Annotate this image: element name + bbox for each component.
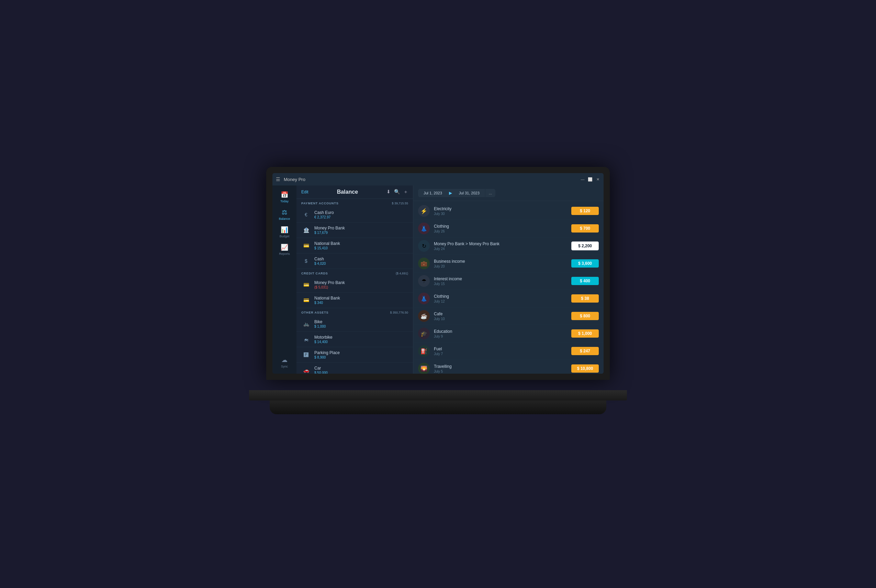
account-money-pro-bank-credit[interactable]: 💳 Money Pro Bank ($ 5,031) [297, 277, 413, 292]
transaction-info: Travelling July 5 [434, 364, 571, 374]
transaction-item[interactable]: 👗 Clothing July 26 $ 700 [413, 220, 604, 237]
account-national-bank-credit[interactable]: 💳 National Bank $ 340 [297, 292, 413, 308]
transaction-info: Clothing July 12 [434, 294, 571, 303]
sidebar-item-sync[interactable]: ☁ Sync [272, 353, 297, 371]
add-icon[interactable]: ＋ [403, 189, 408, 195]
date-start-button[interactable]: Jul 1, 2023 [418, 189, 448, 197]
date-more-button[interactable]: ... [485, 189, 495, 197]
transaction-item[interactable]: 🎓 Education July 9 $ 1,000 [413, 325, 604, 342]
transaction-info: Fuel July 7 [434, 346, 571, 356]
payment-accounts-header: PAYMENT ACCOUNTS $ 39,715.55 [297, 199, 413, 207]
account-cash[interactable]: $ Cash $ 4,020 [297, 254, 413, 269]
transaction-date: July 9 [434, 334, 571, 338]
reports-icon: 📈 [280, 243, 288, 251]
sidebar-item-budget[interactable]: 📊 Budget [272, 223, 297, 241]
main-content: Edit Balance ⬇ 🔍 ＋ PAYMENT ACCOUNTS [297, 186, 604, 374]
sidebar-label-reports: Reports [279, 252, 290, 255]
transaction-info: Money Pro Bank > Money Pro Bank July 24 [434, 242, 571, 251]
transaction-item[interactable]: ☕ Cafe July 10 $ 800 [413, 308, 604, 325]
transaction-icon: ↻ [418, 240, 430, 252]
car-icon: 🚗 [301, 366, 311, 374]
transaction-icon: ☕ [418, 310, 430, 322]
motorbike-name: Motorbike [314, 335, 408, 340]
sidebar-label-today: Today [280, 200, 289, 203]
account-parking-place[interactable]: 🅿 Parking Place $ 8,900 [297, 347, 413, 363]
date-arrow-icon: ▶ [448, 190, 453, 195]
maximize-button[interactable]: ⬜ [588, 177, 592, 182]
transaction-item[interactable]: 🌄 Travelling July 5 $ 10,800 [413, 360, 604, 374]
national-bank-payment-name: National Bank [314, 241, 408, 246]
app-layout: 📅 Today ⚖ Balance 📊 Budget 📈 Reports [272, 186, 604, 374]
transaction-amount: $ 10,800 [571, 364, 599, 373]
transaction-info: Clothing July 26 [434, 224, 571, 233]
transaction-amount: $ 1,000 [571, 329, 599, 338]
sync-icon: ☁ [281, 356, 288, 364]
transaction-date: July 24 [434, 247, 571, 251]
transaction-name: Fuel [434, 346, 571, 351]
transaction-item[interactable]: ⛽ Fuel July 7 $ 247 [413, 342, 604, 360]
sidebar-item-balance[interactable]: ⚖ Balance [272, 206, 297, 223]
transaction-info: Education July 9 [434, 329, 571, 338]
sidebar-item-today[interactable]: 📅 Today [272, 188, 297, 206]
transaction-amount: $ 2,200 [571, 242, 599, 250]
transaction-item[interactable]: 👗 Clothing July 12 $ 38 [413, 290, 604, 308]
edit-button[interactable]: Edit [301, 190, 309, 194]
cash-name: Cash [314, 256, 408, 261]
credit-cards-header: CREDIT CARDS ($ 4,691) [297, 269, 413, 277]
transaction-amount: $ 800 [571, 312, 599, 320]
cash-balance: $ 4,020 [314, 262, 408, 266]
transaction-name: Business income [434, 259, 571, 264]
sidebar-label-balance: Balance [279, 217, 290, 220]
national-bank-credit-icon: 💳 [301, 296, 311, 305]
minimize-button[interactable]: — [580, 177, 585, 182]
account-bike[interactable]: 🚲 Bike $ 1,000 [297, 316, 413, 332]
car-name: Car [314, 366, 408, 370]
search-icon[interactable]: 🔍 [394, 189, 400, 195]
laptop-base [249, 390, 627, 400]
transaction-amount: $ 3,600 [571, 259, 599, 267]
transaction-date: July 12 [434, 300, 571, 303]
transaction-info: Interest income July 15 [434, 276, 571, 286]
other-assets-total: $ 350,776.50 [390, 311, 408, 314]
today-icon: 📅 [280, 191, 288, 198]
transaction-name: Cafe [434, 312, 571, 316]
cash-euro-icon: € [301, 210, 311, 219]
header-icons: ⬇ 🔍 ＋ [387, 189, 408, 195]
money-pro-bank-payment-balance: $ 17,679 [314, 231, 408, 235]
transaction-icon: ☂ [418, 275, 430, 287]
parking-name: Parking Place [314, 350, 408, 355]
transaction-amount: $ 38 [571, 294, 599, 303]
account-money-pro-bank-payment[interactable]: 🏦 Money Pro Bank $ 17,679 [297, 222, 413, 238]
sidebar: 📅 Today ⚖ Balance 📊 Budget 📈 Reports [272, 186, 297, 374]
cash-euro-name: Cash Euro [314, 210, 408, 215]
transaction-amount: $ 247 [571, 347, 599, 355]
transaction-amount: $ 700 [571, 224, 599, 232]
account-national-bank-payment[interactable]: 💳 National Bank $ 15,410 [297, 238, 413, 254]
transaction-date: July 15 [434, 282, 571, 286]
transaction-name: Travelling [434, 364, 571, 369]
account-car[interactable]: 🚗 Car $ 50,000 [297, 363, 413, 374]
parking-balance: $ 8,900 [314, 356, 408, 359]
transaction-item[interactable]: ☂ Interest income July 15 $ 400 [413, 272, 604, 290]
payment-accounts-title: PAYMENT ACCOUNTS [301, 202, 338, 205]
account-motorbike[interactable]: 🏍 Motorbike $ 14,400 [297, 332, 413, 347]
transaction-item[interactable]: ⚡ Electricity July 30 $ 120 [413, 202, 604, 220]
date-end-button[interactable]: Jul 31, 2023 [453, 189, 485, 197]
account-cash-euro[interactable]: € Cash Euro € 2,372.97 [297, 207, 413, 222]
accounts-scroll[interactable]: PAYMENT ACCOUNTS $ 39,715.55 € Cash Euro… [297, 199, 413, 374]
menu-icon[interactable]: ☰ [276, 177, 280, 182]
transaction-name: Money Pro Bank > Money Pro Bank [434, 242, 571, 246]
transaction-item[interactable]: 💼 Business income July 20 $ 3,600 [413, 255, 604, 272]
transaction-date: July 10 [434, 317, 571, 321]
national-bank-credit-name: National Bank [314, 296, 408, 300]
transaction-item[interactable]: ↻ Money Pro Bank > Money Pro Bank July 2… [413, 237, 604, 255]
transaction-amount: $ 120 [571, 207, 599, 215]
download-icon[interactable]: ⬇ [387, 189, 391, 195]
motorbike-balance: $ 14,400 [314, 340, 408, 344]
money-pro-bank-payment-name: Money Pro Bank [314, 226, 408, 231]
laptop-foot [270, 400, 606, 414]
close-button[interactable]: ✕ [596, 177, 600, 182]
national-bank-payment-icon: 💳 [301, 241, 311, 250]
sidebar-item-reports[interactable]: 📈 Reports [272, 241, 297, 258]
transaction-name: Interest income [434, 276, 571, 281]
